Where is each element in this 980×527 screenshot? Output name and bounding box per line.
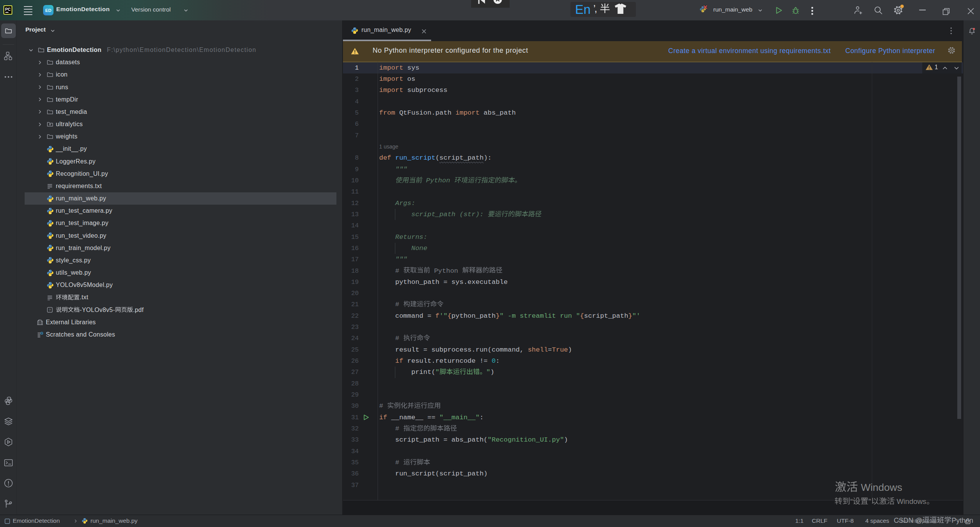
- svg-text:?: ?: [49, 308, 51, 312]
